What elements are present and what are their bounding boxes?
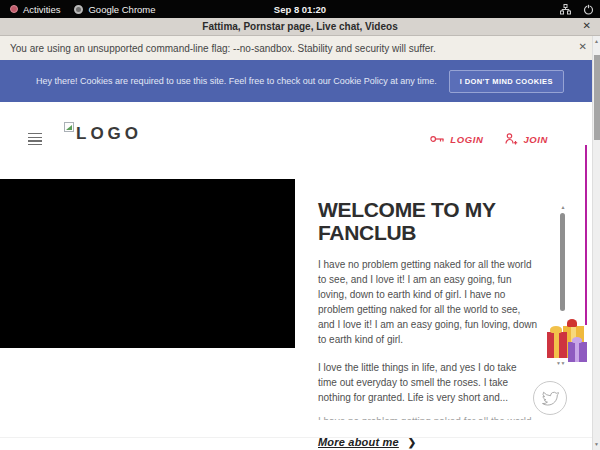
webpage: LOGO LOGIN <box>0 102 592 450</box>
login-button[interactable]: LOGIN <box>430 134 483 145</box>
twitter-button[interactable] <box>533 381 567 415</box>
browser-scrollbar: ▲ ▼ <box>592 36 600 450</box>
site-header: LOGO LOGIN <box>0 102 592 179</box>
window-title-bar: Fattima, Pornstar page, Live chat, Video… <box>0 18 600 36</box>
welcome-heading: WELCOME TO MY FANCLUB <box>318 198 538 244</box>
panel-scrollbar-thumb[interactable] <box>560 213 565 311</box>
window-title: Fattima, Pornstar page, Live chat, Video… <box>202 21 397 32</box>
person-plus-icon <box>505 133 518 145</box>
warning-close-icon[interactable]: ✕ <box>579 41 587 52</box>
gift-scroll-down-icon[interactable]: ▼ <box>556 360 561 366</box>
desktop: Activities Google Chrome Sep 8 01:20 <box>0 0 600 450</box>
bio-clipped-line: I have no problem getting naked for all … <box>318 415 538 420</box>
gift-widget[interactable] <box>546 318 592 366</box>
browser-scroll-down-icon[interactable]: ▼ <box>593 441 600 447</box>
cookie-message: Hey there! Cookies are required to use t… <box>36 76 437 86</box>
gift-box-purple-icon <box>568 342 587 362</box>
login-label: LOGIN <box>450 134 483 145</box>
cookie-banner: Hey there! Cookies are required to use t… <box>0 60 600 102</box>
window-close-icon[interactable]: ✕ <box>583 20 591 31</box>
power-icon[interactable] <box>583 4 594 15</box>
logo-text: LOGO <box>76 124 142 144</box>
network-tree-icon[interactable] <box>560 4 571 15</box>
hamburger-menu-icon[interactable] <box>28 133 42 147</box>
join-label: JOIN <box>523 134 548 145</box>
bio-paragraph-1: I have no problem getting naked for all … <box>318 257 538 347</box>
twitter-bird-icon <box>541 390 559 406</box>
clock[interactable]: Sep 8 01:20 <box>0 4 600 15</box>
video-player[interactable] <box>0 179 295 348</box>
accept-cookies-button[interactable]: I DON'T MIND COOKIES <box>449 70 564 93</box>
warning-text: You are using an unsupported command-lin… <box>10 43 436 54</box>
gift-string <box>585 145 587 325</box>
welcome-section: WELCOME TO MY FANCLUB I have no problem … <box>318 198 538 448</box>
panel-scroll-up-icon[interactable]: ▲ <box>559 204 567 210</box>
site-logo[interactable]: LOGO <box>64 122 142 144</box>
gift-box-red-icon <box>547 332 567 358</box>
chevron-right-icon: ❯ <box>408 437 416 448</box>
chrome-warning-bar: You are using an unsupported command-lin… <box>0 36 600 60</box>
key-icon <box>430 134 445 144</box>
gnome-top-bar: Activities Google Chrome Sep 8 01:20 <box>0 0 600 18</box>
broken-image-icon <box>64 122 74 132</box>
browser-scroll-up-icon[interactable]: ▲ <box>593 38 600 44</box>
browser-scrollbar-thumb[interactable] <box>594 55 600 140</box>
section-divider <box>0 437 592 438</box>
join-button[interactable]: JOIN <box>505 133 548 145</box>
bio-paragraph-2: I love the little things in life, and ye… <box>318 360 538 405</box>
